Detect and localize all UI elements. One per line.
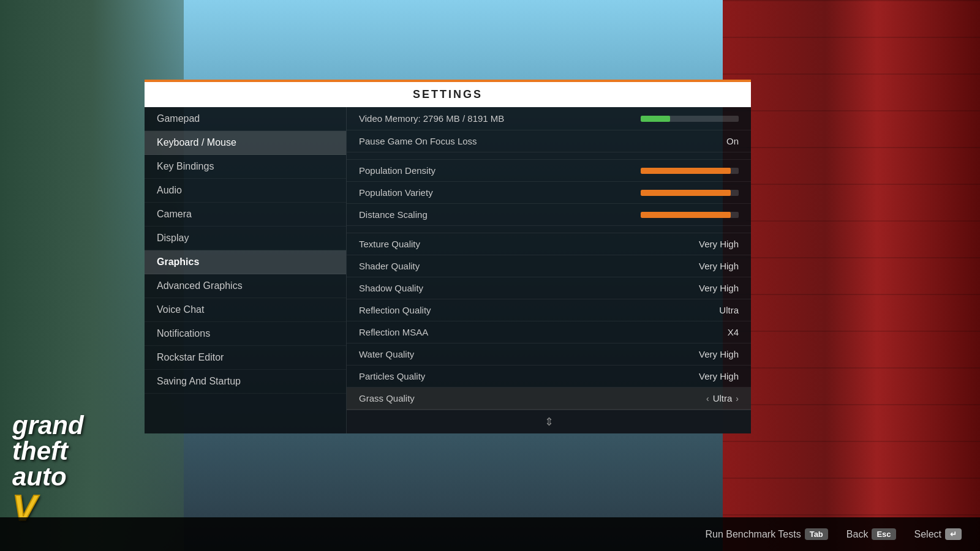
benchmark-label: Run Benchmark Tests (705, 529, 801, 540)
shader-quality-value: Very High (699, 261, 739, 271)
setting-shadow-quality[interactable]: Shadow Quality Very High (347, 277, 751, 299)
nav-item-saving-startup[interactable]: Saving And Startup (145, 370, 346, 394)
action-select[interactable]: Select ↵ (914, 528, 962, 540)
shader-quality-label: Shader Quality (359, 261, 420, 271)
nav-item-audio[interactable]: Audio (145, 179, 346, 203)
setting-reflection-msaa[interactable]: Reflection MSAA X4 (347, 321, 751, 343)
population-variety-bar (641, 190, 739, 196)
back-key: Esc (872, 528, 895, 540)
water-quality-label: Water Quality (359, 349, 414, 359)
settings-title: SETTINGS (145, 80, 751, 107)
spacer2 (347, 226, 751, 233)
reflection-msaa-label: Reflection MSAA (359, 327, 428, 337)
nav-item-rockstar-editor[interactable]: Rockstar Editor (145, 346, 346, 370)
select-key: ↵ (945, 528, 962, 540)
bottom-bar: Run Benchmark Tests Tab Back Esc Select … (0, 517, 980, 551)
nav-item-display[interactable]: Display (145, 227, 346, 250)
scroll-arrows-icon: ⇕ (545, 415, 554, 429)
orange-stripe (145, 80, 751, 82)
distance-scaling-fill (641, 212, 731, 218)
population-density-label: Population Density (359, 165, 435, 176)
water-quality-value: Very High (699, 349, 739, 359)
setting-population-variety[interactable]: Population Variety (347, 182, 751, 204)
shadow-quality-label: Shadow Quality (359, 283, 423, 293)
nav-item-voice-chat[interactable]: Voice Chat (145, 298, 346, 322)
texture-quality-label: Texture Quality (359, 239, 420, 249)
reflection-quality-value: Ultra (719, 305, 739, 315)
spacer1 (347, 152, 751, 160)
setting-texture-quality[interactable]: Texture Quality Very High (347, 233, 751, 255)
settings-body: Gamepad Keyboard / Mouse Key Bindings Au… (145, 107, 751, 433)
particles-quality-value: Very High (699, 371, 739, 381)
population-density-bar (641, 168, 739, 174)
particles-quality-label: Particles Quality (359, 371, 425, 381)
distance-scaling-label: Distance Scaling (359, 209, 428, 220)
video-memory-bar-fill (641, 116, 670, 122)
population-variety-label: Population Variety (359, 187, 433, 198)
grass-quality-arrow-left[interactable]: ‹ (706, 394, 709, 403)
gta-logo: grand theft auto V (12, 413, 84, 527)
nav-item-advanced-graphics[interactable]: Advanced Graphics (145, 274, 346, 298)
texture-quality-value: Very High (699, 239, 739, 249)
back-label: Back (846, 529, 869, 540)
settings-content: Video Memory: 2796 MB / 8191 MB Pause Ga… (347, 107, 751, 433)
scroll-indicator: ⇕ (347, 410, 751, 433)
nav-item-notifications[interactable]: Notifications (145, 322, 346, 346)
population-density-fill (641, 168, 731, 174)
select-label: Select (914, 529, 941, 540)
reflection-quality-label: Reflection Quality (359, 305, 431, 315)
logo-line-grand: grand (12, 413, 84, 438)
nav-item-camera[interactable]: Camera (145, 203, 346, 227)
setting-video-memory: Video Memory: 2796 MB / 8191 MB (347, 107, 751, 130)
settings-nav: Gamepad Keyboard / Mouse Key Bindings Au… (145, 107, 347, 433)
grass-quality-arrow-right[interactable]: › (736, 394, 739, 403)
grass-quality-label: Grass Quality (359, 393, 415, 403)
setting-shader-quality[interactable]: Shader Quality Very High (347, 255, 751, 277)
setting-particles-quality[interactable]: Particles Quality Very High (347, 365, 751, 388)
setting-grass-quality[interactable]: Grass Quality ‹ Ultra › (347, 388, 751, 410)
population-variety-fill (641, 190, 731, 196)
pause-game-value: On (726, 136, 739, 146)
grass-quality-value: Ultra (713, 393, 733, 403)
logo-line-auto: auto (12, 464, 84, 490)
distance-scaling-bar (641, 212, 739, 218)
nav-item-key-bindings[interactable]: Key Bindings (145, 155, 346, 179)
setting-distance-scaling[interactable]: Distance Scaling (347, 204, 751, 226)
reflection-msaa-value: X4 (728, 327, 739, 337)
grass-quality-selector[interactable]: ‹ Ultra › (706, 393, 739, 403)
logo-line-theft: theft (12, 438, 84, 464)
video-memory-label: Video Memory: 2796 MB / 8191 MB (359, 113, 504, 124)
settings-dialog: SETTINGS Gamepad Keyboard / Mouse Key Bi… (145, 80, 751, 433)
setting-reflection-quality[interactable]: Reflection Quality Ultra (347, 299, 751, 321)
action-benchmark[interactable]: Run Benchmark Tests Tab (705, 528, 827, 540)
cargo-containers-right (723, 0, 980, 551)
nav-item-gamepad[interactable]: Gamepad (145, 107, 346, 131)
setting-pause-game[interactable]: Pause Game On Focus Loss On (347, 130, 751, 152)
video-memory-bar (641, 116, 739, 122)
setting-population-density[interactable]: Population Density (347, 160, 751, 182)
nav-item-keyboard-mouse[interactable]: Keyboard / Mouse (145, 131, 346, 155)
shadow-quality-value: Very High (699, 283, 739, 293)
nav-item-graphics[interactable]: Graphics (145, 250, 346, 274)
setting-water-quality[interactable]: Water Quality Very High (347, 343, 751, 365)
pause-game-label: Pause Game On Focus Loss (359, 136, 477, 146)
action-back[interactable]: Back Esc (846, 528, 896, 540)
benchmark-key: Tab (805, 528, 828, 540)
